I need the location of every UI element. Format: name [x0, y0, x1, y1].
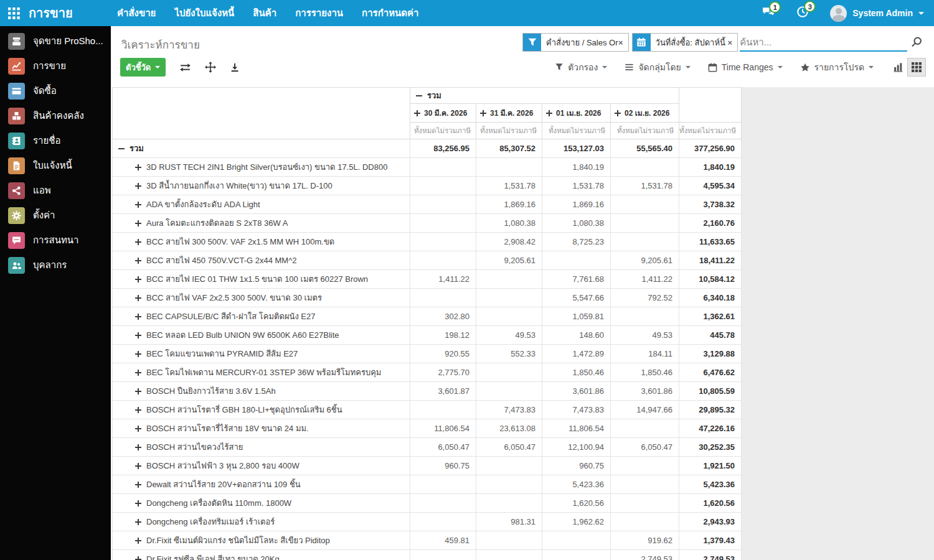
search-input[interactable]: [740, 37, 907, 47]
pivot-value-cell: 148.60: [542, 326, 611, 345]
flip-axis-icon[interactable]: [179, 63, 191, 72]
sidebar-item[interactable]: รายชื่อ: [0, 128, 111, 153]
favorites-dropdown[interactable]: รายการโปรด: [800, 60, 874, 74]
pivot-row-header[interactable]: Dongcheng เครื่องตัดหิน 110mm. 1800W: [113, 494, 410, 513]
pivot-value-cell: [611, 158, 679, 177]
sidebar-item[interactable]: ใบแจ้งหนี้: [0, 153, 111, 178]
pivot-row-header[interactable]: BOSCH สว่านไขควงไร้สาย: [113, 438, 410, 457]
calendar-icon: [633, 34, 651, 51]
user-menu[interactable]: System Admin: [830, 5, 924, 22]
pivot-row-header[interactable]: BEC โคมแขวนเพดาน PYRAMID สีส้ม E27: [113, 345, 410, 363]
messages-button[interactable]: 1: [762, 6, 775, 20]
pivot-row-header[interactable]: Dewalt สว่านไร้สาย 20V+ดอกสว่าน 109 ชิ้น: [113, 475, 410, 494]
pivot-row-header-total[interactable]: รวม: [113, 139, 410, 158]
pivot-row-header[interactable]: BCC สายไฟ 450 750V.VCT-G 2x44 MM^2: [113, 251, 410, 270]
pivot-measure-header[interactable]: ทั้งหมดไม่รวมภาษี: [679, 123, 742, 139]
time-ranges-dropdown[interactable]: Time Ranges: [708, 62, 783, 72]
pivot-row-header[interactable]: BCC สายไฟ VAF 2x2.5 300 500V. ขนาด 30 เม…: [113, 289, 410, 307]
graph-view-button[interactable]: [889, 58, 907, 77]
download-icon[interactable]: [230, 62, 240, 73]
breadcrumb: วิเคราะห์การขาย: [121, 33, 200, 53]
pivot-value-cell: 981.31: [476, 513, 542, 531]
pivot-measure-header[interactable]: ทั้งหมดไม่รวมภาษี: [410, 123, 476, 139]
pivot-value-cell: [476, 457, 542, 475]
nav-menu-item[interactable]: การรายงาน: [295, 6, 343, 21]
row-label: Dongcheng เครื่องตัดหิน 110mm. 1800W: [146, 498, 291, 508]
pivot-value-cell: 6,340.18: [679, 289, 742, 307]
sidebar-item[interactable]: แอพ: [0, 178, 111, 203]
pivot-row-header[interactable]: Dr.Fixit ซีเมนต์ผิวแกร่ง ชนิดไม่มีโลหะ ส…: [113, 531, 410, 550]
pivot-value-cell: 3,738.32: [679, 195, 742, 214]
plus-icon: [546, 110, 552, 116]
pivot-column-header[interactable]: 30 มี.ค. 2026: [410, 104, 476, 123]
sidebar-item[interactable]: จัดซื้อ: [0, 78, 111, 103]
sidebar-item-label: จัดซื้อ: [33, 83, 57, 98]
employees-icon: [8, 257, 25, 274]
search-button[interactable]: [907, 33, 926, 52]
sidebar-item[interactable]: สินค้าคงคลัง: [0, 103, 111, 128]
sidebar-item[interactable]: ตั้งค่า: [0, 203, 111, 228]
pivot-value-cell: [476, 382, 542, 401]
pivot-row-header[interactable]: Dr.Fixit รูฟซีล พีเอฟ สีเทา ขนาด 20Kg.: [113, 550, 410, 560]
pivot-value-cell: 302.80: [410, 307, 476, 326]
app-title[interactable]: การขาย: [29, 3, 82, 23]
row-label: BOSCH ปืนยิงกาวไร้สาย 3.6V 1.5Ah: [146, 386, 276, 396]
pivot-row-header[interactable]: Aura โคมตะแกรงติดลอย S 2xT8 36W A: [113, 214, 410, 233]
pivot-column-header[interactable]: 01 เม.ย. 2026: [542, 104, 611, 123]
sidebar-item[interactable]: บุคลากร: [0, 253, 111, 278]
pivot-value-cell: 9,205.61: [611, 251, 679, 270]
pivot-value-cell: [410, 550, 476, 560]
pivot-value-cell: 1,531.78: [542, 177, 611, 195]
pivot-value-cell: 6,050.47: [410, 438, 476, 457]
pivot-row-header[interactable]: BEC CAPSULE/B/C สีดำ-ฝาใส โคมติดผนัง E27: [113, 307, 410, 326]
sidebar-item[interactable]: การขาย: [0, 54, 111, 78]
pivot-row: Dongcheng เครื่องตัดหิน 110mm. 1800W1,62…: [113, 494, 742, 513]
pivot-measure-header[interactable]: ทั้งหมดไม่รวมภาษี: [476, 123, 542, 139]
pivot-row-header[interactable]: BEC หลอด LED Bulb UNION 9W 6500K A60 E27…: [113, 326, 410, 345]
pivot-row-header[interactable]: Dongcheng เครื่องทริมเมอร์ เร้าเตอร์: [113, 513, 410, 531]
pivot-column-group-header[interactable]: รวม: [410, 88, 679, 104]
pivot-column-header[interactable]: 31 มี.ค. 2026: [476, 104, 542, 123]
pivot-row-header[interactable]: 3D สีน้ำภายนอกกึ่งเงา White(ขาว) ขนาด 17…: [113, 177, 410, 195]
pivot-value-cell: 377,256.90: [679, 139, 742, 158]
filters-dropdown[interactable]: ตัวกรอง: [555, 60, 607, 74]
pivot-view-button[interactable]: [907, 58, 926, 77]
pivot-value-cell: 10,584.12: [679, 270, 742, 289]
facet-remove-icon[interactable]: ×: [618, 38, 628, 47]
pivot-row: Dr.Fixit รูฟซีล พีเอฟ สีเทา ขนาด 20Kg.2,…: [113, 550, 742, 560]
sidebar-item[interactable]: การสนทนา: [0, 228, 111, 253]
pivot-value-cell: 1,840.19: [542, 158, 611, 177]
pivot-row-header[interactable]: 3D RUST TECH 2IN1 Bright Silver(บรอนซ์เง…: [113, 158, 410, 177]
pivot-row-header[interactable]: BOSCH ปืนยิงกาวไร้สาย 3.6V 1.5Ah: [113, 382, 410, 401]
measures-button[interactable]: ตัวชี้วัด: [120, 58, 166, 77]
view-switcher: [889, 58, 926, 77]
nav-menu-item[interactable]: การกำหนดค่า: [362, 6, 418, 21]
sidebar-item[interactable]: จุดขาย ProSho...: [0, 29, 111, 54]
pivot-column-header[interactable]: 02 เม.ย. 2026: [611, 104, 679, 123]
nav-menu-item[interactable]: คำสั่งขาย: [117, 6, 156, 21]
pivot-row-header[interactable]: BCC สายไฟ 300 500V. VAF 2x1.5 MM WH 100m…: [113, 233, 410, 251]
plus-icon: [135, 538, 141, 544]
pivot-value-cell: [611, 513, 679, 531]
pivot-measure-header[interactable]: ทั้งหมดไม่รวมภาษี: [611, 123, 679, 139]
expand-all-icon[interactable]: [205, 62, 216, 73]
pivot-row-header[interactable]: BOSCH สว่านโรตารี่ไร้สาย 18V ขนาด 24 มม.: [113, 419, 410, 438]
pivot-row-header[interactable]: BOSCH สว่านโรตารี่ GBH 180-LI+ชุดอุปกรณ์…: [113, 401, 410, 419]
pivot-row-header[interactable]: BCC สายไฟ IEC 01 THW 1x1.5 ขนาด 100 เมตร…: [113, 270, 410, 289]
pivot-row-header[interactable]: ADA ขาตั้งกล้องระดับ ADA Light: [113, 195, 410, 214]
search-facet[interactable]: คำสั่งขาย / Sales Order×: [522, 33, 629, 52]
search-facet[interactable]: วันที่สั่งซื้อ: สัปดาห์นี้×: [632, 33, 738, 52]
pivot-value-cell: [410, 214, 476, 233]
nav-menu-item[interactable]: ไปยังใบแจ้งหนี้: [174, 6, 234, 21]
pivot-row: BOSCH สว่านไฟฟ้า 3 หุน 2,800 รอบ 400W960…: [113, 457, 742, 475]
pivot-row-header[interactable]: BEC โคมไฟเพดาน MERCURY-01 3STEP 36W พร้อ…: [113, 363, 410, 382]
activities-button[interactable]: 3: [796, 6, 809, 21]
facet-remove-icon[interactable]: ×: [728, 38, 738, 47]
pivot-value-cell: [410, 177, 476, 195]
pivot-measure-header[interactable]: ทั้งหมดไม่รวมภาษี: [542, 123, 611, 139]
pivot-row-header[interactable]: BOSCH สว่านไฟฟ้า 3 หุน 2,800 รอบ 400W: [113, 457, 410, 475]
nav-menu-item[interactable]: สินค้า: [253, 6, 276, 21]
apps-menu-icon[interactable]: [0, 0, 27, 26]
row-label: Dewalt สว่านไร้สาย 20V+ดอกสว่าน 109 ชิ้น: [146, 480, 301, 489]
groupby-dropdown[interactable]: จัดกลุ่มโดย: [625, 60, 690, 74]
